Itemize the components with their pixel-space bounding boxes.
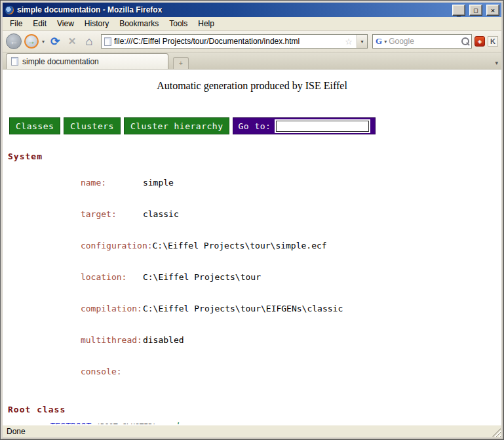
refresh-icon[interactable] <box>48 34 62 49</box>
tab-bar: simple documentation <box>3 52 501 70</box>
search-engine-dropdown-icon[interactable] <box>383 39 387 45</box>
menu-file[interactable]: File <box>5 18 28 30</box>
menu-edit[interactable]: Edit <box>28 18 52 30</box>
new-tab-button[interactable] <box>173 57 189 69</box>
menu-help[interactable]: Help <box>193 18 220 30</box>
title-bar[interactable]: simple documentation - Mozilla Firefox _… <box>3 3 501 17</box>
menu-tools[interactable]: Tools <box>164 18 193 30</box>
menu-bar: File Edit View History Bookmarks Tools H… <box>3 17 501 31</box>
google-logo-icon: G <box>376 36 382 47</box>
system-value: classic <box>143 209 179 219</box>
root-class-heading: Root class <box>8 405 501 414</box>
system-value: disabled <box>143 335 184 345</box>
close-button[interactable]: ✕ <box>486 5 499 16</box>
system-heading: System <box>8 151 501 161</box>
page-icon <box>104 37 111 46</box>
classes-button[interactable]: Classes <box>9 117 60 134</box>
page-content: Automatic generation produced by ISE Eif… <box>3 70 501 424</box>
browser-window: simple documentation - Mozilla Firefox _… <box>0 0 504 440</box>
url-input[interactable] <box>114 37 341 46</box>
extension-k-icon[interactable]: K <box>488 36 498 47</box>
maximize-button[interactable]: □ <box>469 5 482 16</box>
clusters-button[interactable]: Clusters <box>64 117 121 134</box>
system-row: location:C:\Eiffel Projects\tour <box>50 262 501 293</box>
goto-input[interactable] <box>276 121 369 132</box>
search-bar[interactable]: G <box>372 34 472 49</box>
system-key: name: <box>81 178 143 188</box>
system-row: name:simple <box>50 167 501 199</box>
home-icon[interactable] <box>82 34 96 49</box>
system-key: location: <box>81 272 143 283</box>
system-row: multithread:disabled <box>50 325 501 356</box>
minimize-button[interactable]: _ <box>452 5 465 16</box>
goto-label: Go to: <box>238 121 271 131</box>
system-key: console: <box>81 367 143 377</box>
system-key: configuration: <box>81 241 153 251</box>
system-row: console: <box>50 356 501 388</box>
goto-bar: Go to: <box>233 117 376 134</box>
page-title: Automatic generation produced by ISE Eif… <box>3 80 501 92</box>
system-key: target: <box>81 209 143 220</box>
window-title: simple documentation - Mozilla Firefox <box>17 5 448 14</box>
system-value: C:\Eiffel Projects\tour <box>143 272 261 282</box>
url-bar[interactable] <box>101 34 368 49</box>
list-all-tabs-icon[interactable] <box>495 60 498 66</box>
tab-label: simple documentation <box>22 57 99 66</box>
bookmark-star-icon[interactable] <box>343 37 354 47</box>
system-value: C:\Eiffel Projects\tour\simple.ecf <box>153 241 327 250</box>
url-history-dropdown-icon[interactable] <box>357 35 367 48</box>
forward-icon[interactable] <box>24 34 39 49</box>
system-key: multithread: <box>81 335 143 346</box>
back-forward-dropdown-icon[interactable] <box>41 39 45 45</box>
extension-red-icon[interactable] <box>475 36 485 47</box>
navigation-toolbar: G K <box>3 31 501 52</box>
tab-simple-documentation[interactable]: simple documentation <box>6 53 168 69</box>
tab-page-icon <box>11 57 18 66</box>
system-value: C:\Eiffel Projects\tour\EIFGENs\classic <box>143 304 343 313</box>
search-input[interactable] <box>389 37 459 46</box>
resize-grip[interactable] <box>492 428 501 437</box>
system-value: simple <box>143 178 174 188</box>
back-icon[interactable] <box>6 33 22 49</box>
status-text: Done <box>7 427 26 436</box>
menu-view[interactable]: View <box>52 18 79 30</box>
menu-bookmarks[interactable]: Bookmarks <box>114 18 164 30</box>
doc-navbar-top: Classes Clusters Cluster hierarchy Go to… <box>9 117 501 134</box>
cluster-hierarchy-button[interactable]: Cluster hierarchy <box>124 117 230 134</box>
system-row: configuration:C:\Eiffel Projects\tour\si… <box>50 230 501 262</box>
system-key: compilation: <box>81 304 143 314</box>
stop-icon[interactable] <box>65 34 79 49</box>
system-row: target:classic <box>50 199 501 230</box>
status-bar: Done <box>3 424 501 437</box>
search-magnifier-icon[interactable] <box>461 37 470 46</box>
menu-history[interactable]: History <box>79 18 114 30</box>
system-row: compilation:C:\Eiffel Projects\tour\EIFG… <box>50 293 501 325</box>
firefox-icon <box>5 5 14 15</box>
